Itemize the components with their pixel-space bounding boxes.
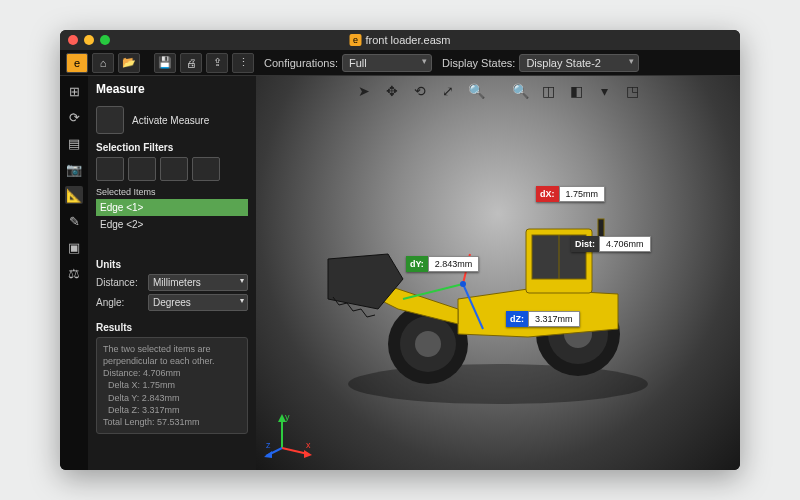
activate-row: Activate Measure — [88, 102, 256, 138]
app-window: e front loader.easm e ⌂ 📂 💾 🖨 ⇪ ⋮ Config… — [60, 30, 740, 470]
callout-tag: dX: — [536, 186, 559, 202]
filters-heading: Selection Filters — [96, 142, 248, 153]
pan-icon[interactable]: ✥ — [383, 82, 401, 100]
filters-section: Selection Filters Selected Items Edge <1… — [88, 138, 256, 255]
svg-marker-24 — [264, 451, 272, 458]
camera-icon[interactable]: 📷 — [65, 160, 83, 178]
minimize-icon[interactable] — [84, 35, 94, 45]
refresh-icon[interactable]: ⟳ — [65, 108, 83, 126]
print-button[interactable]: 🖨 — [180, 53, 202, 73]
configurations-label: Configurations: — [264, 57, 338, 69]
perspective-icon[interactable]: ◫ — [539, 82, 557, 100]
layers-icon[interactable]: ▤ — [65, 134, 83, 152]
rotate-icon[interactable]: ⟲ — [411, 82, 429, 100]
chevron-down-icon[interactable]: ▾ — [595, 82, 613, 100]
results-text: The two selected items are perpendicular… — [96, 337, 248, 434]
display-states-label: Display States: — [442, 57, 515, 69]
callout-value: 4.706mm — [599, 236, 651, 252]
display-states-select[interactable]: Display State-2 — [519, 54, 639, 72]
model-view[interactable] — [308, 159, 668, 419]
options-button[interactable]: ⋮ — [232, 53, 254, 73]
titlebar: e front loader.easm — [60, 30, 740, 50]
close-icon[interactable] — [68, 35, 78, 45]
viewport[interactable]: ➤ ✥ ⟲ ⤢ 🔍 🔍 ◫ ◧ ▾ ◳ — [256, 76, 740, 470]
activate-label: Activate Measure — [132, 115, 209, 126]
callout-value: 2.843mm — [428, 256, 480, 272]
callout-dx: dX: 1.75mm — [536, 186, 605, 202]
separator — [495, 82, 501, 100]
section-icon[interactable]: ▣ — [65, 238, 83, 256]
angle-unit-select[interactable]: Degrees — [148, 294, 248, 311]
units-section: Units Distance: Millimeters Angle: Degre… — [88, 255, 256, 318]
app-logo-button[interactable]: e — [66, 53, 88, 73]
list-item[interactable]: Edge <1> — [96, 199, 248, 216]
filter-edge-button[interactable] — [128, 157, 156, 181]
configurations-select[interactable]: Full — [342, 54, 432, 72]
zoom-icon[interactable] — [100, 35, 110, 45]
filter-body-button[interactable] — [192, 157, 220, 181]
distance-unit-select[interactable]: Millimeters — [148, 274, 248, 291]
edit-icon[interactable]: ✎ — [65, 212, 83, 230]
selected-heading: Selected Items — [96, 185, 248, 199]
callout-dz: dZ: 3.317mm — [506, 311, 580, 327]
main-toolbar: e ⌂ 📂 💾 🖨 ⇪ ⋮ Configurations: Full Displ… — [60, 50, 740, 76]
measure-icon[interactable]: 📐 — [65, 186, 83, 204]
results-section: Results The two selected items are perpe… — [88, 318, 256, 438]
axis-triad[interactable]: y x z — [264, 408, 314, 462]
list-item[interactable]: Edge <2> — [96, 216, 248, 233]
callout-dist: Dist: 4.706mm — [571, 236, 651, 252]
svg-line-13 — [403, 284, 463, 299]
mass-icon[interactable]: ⚖ — [65, 264, 83, 282]
window-title: e front loader.easm — [350, 34, 451, 46]
measure-panel: Measure Activate Measure Selection Filte… — [88, 76, 256, 470]
app-body: ⊞ ⟳ ▤ 📷 📐 ✎ ▣ ⚖ Measure Activate Measure… — [60, 76, 740, 470]
app-icon: e — [350, 34, 362, 46]
feature-tree-icon[interactable]: ⊞ — [65, 82, 83, 100]
selected-items: Selected Items Edge <1> Edge <2> — [96, 185, 248, 251]
filter-face-button[interactable] — [160, 157, 188, 181]
angle-label: Angle: — [96, 297, 142, 308]
view-toolbar: ➤ ✥ ⟲ ⤢ 🔍 🔍 ◫ ◧ ▾ ◳ — [355, 82, 641, 100]
svg-text:z: z — [266, 440, 271, 450]
export-button[interactable]: ⇪ — [206, 53, 228, 73]
units-heading: Units — [96, 259, 248, 270]
svg-point-6 — [415, 331, 441, 357]
svg-marker-21 — [304, 450, 312, 458]
panel-title: Measure — [88, 76, 256, 102]
callout-value: 1.75mm — [559, 186, 606, 202]
tool-column: ⊞ ⟳ ▤ 📷 📐 ✎ ▣ ⚖ — [60, 76, 88, 470]
home-button[interactable]: ⌂ — [92, 53, 114, 73]
activate-measure-button[interactable] — [96, 106, 124, 134]
save-button[interactable]: 💾 — [154, 53, 176, 73]
zoom-fit-icon[interactable]: ⤢ — [439, 82, 457, 100]
window-controls — [68, 35, 110, 45]
callout-value: 3.317mm — [528, 311, 580, 327]
zoom-in-icon[interactable]: 🔍 — [467, 82, 485, 100]
display-style-icon[interactable]: ◧ — [567, 82, 585, 100]
zoom-area-icon[interactable]: 🔍 — [511, 82, 529, 100]
svg-text:y: y — [285, 412, 290, 422]
svg-text:x: x — [306, 440, 311, 450]
open-button[interactable]: 📂 — [118, 53, 140, 73]
svg-point-0 — [348, 364, 648, 404]
filename-label: front loader.easm — [366, 34, 451, 46]
callout-dy: dY: 2.843mm — [406, 256, 479, 272]
results-heading: Results — [96, 322, 248, 333]
select-icon[interactable]: ➤ — [355, 82, 373, 100]
view-orientation-icon[interactable]: ◳ — [623, 82, 641, 100]
svg-point-16 — [460, 281, 466, 287]
filter-vertex-button[interactable] — [96, 157, 124, 181]
distance-label: Distance: — [96, 277, 142, 288]
